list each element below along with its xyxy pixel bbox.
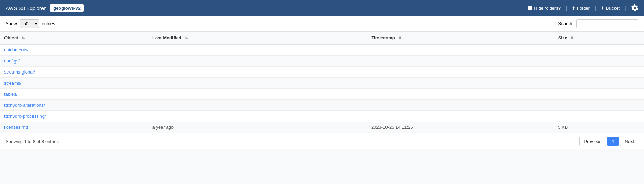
object-link[interactable]: tables/ bbox=[4, 91, 17, 97]
sort-icon-modified: ⇅ bbox=[185, 36, 188, 40]
table-container: Object ⇅ Last Modified ⇅ Timestamp ⇅ Siz… bbox=[0, 32, 644, 133]
col-timestamp[interactable]: Timestamp ⇅ bbox=[367, 32, 554, 44]
cell-object: catchments/ bbox=[0, 44, 148, 56]
col-object[interactable]: Object ⇅ bbox=[0, 32, 148, 44]
show-label: Show bbox=[6, 21, 17, 26]
cell-object: tdxhydro-alterations/ bbox=[0, 100, 148, 111]
table-body: catchments/configs/streams-global/stream… bbox=[0, 44, 644, 133]
header-controls: Hide folders? | ⬆ Folder | ⬇ Bucket | bbox=[528, 4, 638, 12]
cell-modified bbox=[148, 78, 367, 89]
cell-modified bbox=[148, 100, 367, 111]
object-link[interactable]: streams/ bbox=[4, 80, 21, 86]
cell-object: tables/ bbox=[0, 89, 148, 100]
cell-size bbox=[554, 56, 644, 67]
cell-object: configs/ bbox=[0, 56, 148, 67]
cell-size bbox=[554, 100, 644, 111]
bucket-icon: ⬇ bbox=[601, 6, 605, 11]
toolbar: Show 10 25 50 100 entries Search: bbox=[0, 16, 644, 32]
hide-folders-checkbox[interactable] bbox=[528, 6, 532, 10]
showing-text: Showing 1 to 8 of 8 entries bbox=[6, 139, 59, 144]
cell-timestamp bbox=[367, 111, 554, 122]
object-link[interactable]: licenses.md bbox=[4, 125, 28, 130]
cell-timestamp: 2023-10-25 14:11:25 bbox=[367, 122, 554, 133]
table-row: tables/ bbox=[0, 89, 644, 100]
table-row: tdxhydro-alterations/ bbox=[0, 100, 644, 111]
hide-folders-toggle[interactable]: Hide folders? bbox=[528, 6, 561, 11]
sort-icon-object: ⇅ bbox=[21, 36, 25, 40]
cell-timestamp bbox=[367, 56, 554, 67]
cell-object: streams/ bbox=[0, 78, 148, 89]
cell-modified bbox=[148, 111, 367, 122]
table-row: tdxhydro-processing/ bbox=[0, 111, 644, 122]
bucket-link[interactable]: ⬇ Bucket bbox=[601, 6, 620, 11]
folder-icon: ⬆ bbox=[572, 6, 576, 11]
sort-icon-timestamp: ⇅ bbox=[398, 36, 401, 40]
pagination: Previous 1 Next bbox=[579, 137, 638, 146]
table-row: catchments/ bbox=[0, 44, 644, 56]
cell-modified bbox=[148, 44, 367, 56]
entries-select[interactable]: 10 25 50 100 bbox=[20, 19, 39, 28]
files-table: Object ⇅ Last Modified ⇅ Timestamp ⇅ Siz… bbox=[0, 32, 644, 133]
cell-modified bbox=[148, 67, 367, 78]
object-link[interactable]: catchments/ bbox=[4, 47, 28, 52]
page-1-button[interactable]: 1 bbox=[607, 137, 619, 146]
table-header: Object ⇅ Last Modified ⇅ Timestamp ⇅ Siz… bbox=[0, 32, 644, 44]
table-row: streams/ bbox=[0, 78, 644, 89]
object-link[interactable]: tdxhydro-alterations/ bbox=[4, 103, 45, 108]
cell-timestamp bbox=[367, 89, 554, 100]
cell-object: tdxhydro-processing/ bbox=[0, 111, 148, 122]
object-link[interactable]: configs/ bbox=[4, 58, 20, 64]
hide-folders-label: Hide folders? bbox=[534, 6, 561, 11]
header-row: Object ⇅ Last Modified ⇅ Timestamp ⇅ Siz… bbox=[0, 32, 644, 44]
cell-timestamp bbox=[367, 100, 554, 111]
cell-size bbox=[554, 44, 644, 56]
cell-size bbox=[554, 67, 644, 78]
cell-size bbox=[554, 111, 644, 122]
previous-button[interactable]: Previous bbox=[579, 137, 606, 146]
cell-timestamp bbox=[367, 78, 554, 89]
cell-modified bbox=[148, 56, 367, 67]
search-label: Search: bbox=[558, 21, 573, 26]
cell-modified bbox=[148, 89, 367, 100]
table-row: streams-global/ bbox=[0, 67, 644, 78]
separator-2: | bbox=[595, 5, 596, 11]
app-title: AWS S3 Explorer bbox=[6, 5, 46, 11]
search-area: Search: bbox=[558, 19, 638, 28]
cell-object: streams-global/ bbox=[0, 67, 148, 78]
app-header: AWS S3 Explorer geoglows-v2 Hide folders… bbox=[0, 0, 644, 16]
bucket-badge[interactable]: geoglows-v2 bbox=[50, 4, 84, 12]
cell-object: licenses.md bbox=[0, 122, 148, 133]
cell-size bbox=[554, 89, 644, 100]
next-button[interactable]: Next bbox=[620, 137, 638, 146]
object-link[interactable]: tdxhydro-processing/ bbox=[4, 114, 46, 119]
entries-label: entries bbox=[42, 21, 55, 26]
col-modified[interactable]: Last Modified ⇅ bbox=[148, 32, 367, 44]
table-row: licenses.mda year ago2023-10-25 14:11:25… bbox=[0, 122, 644, 133]
object-link[interactable]: streams-global/ bbox=[4, 69, 35, 75]
search-input[interactable] bbox=[576, 19, 638, 28]
cell-size bbox=[554, 78, 644, 89]
separator-3: | bbox=[625, 5, 626, 11]
footer: Showing 1 to 8 of 8 entries Previous 1 N… bbox=[0, 133, 644, 149]
cell-timestamp bbox=[367, 44, 554, 56]
cell-modified: a year ago bbox=[148, 122, 367, 133]
table-row: configs/ bbox=[0, 56, 644, 67]
cell-size: 5 KB bbox=[554, 122, 644, 133]
separator-1: | bbox=[566, 5, 567, 11]
col-size[interactable]: Size ⇅ bbox=[554, 32, 644, 44]
settings-icon[interactable] bbox=[631, 4, 638, 12]
folder-link[interactable]: ⬆ Folder bbox=[572, 6, 590, 11]
sort-icon-size: ⇅ bbox=[570, 36, 573, 40]
cell-timestamp bbox=[367, 67, 554, 78]
